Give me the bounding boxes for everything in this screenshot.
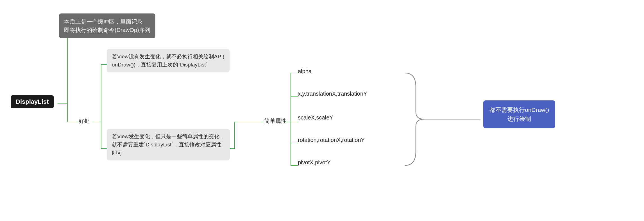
scale-node: scaleX,scaleY (298, 114, 333, 121)
benefit-node: 好处 (79, 117, 90, 125)
alpha-node: alpha (298, 68, 312, 75)
buffer-desc-node: 本质上是一个缓冲区，里面记录即将执行的绘制命令(DrawOp)序列 (59, 13, 155, 38)
pivot-node: pivotX,pivotY (298, 159, 331, 166)
no-change-node: 若View没有发生变化，就不必执行相关绘制API(onDraw())，直接复用上… (107, 49, 230, 72)
view-change-node: 若View发生变化，但只是一些简单属性的变化，就不需要重建`DisplayLis… (107, 129, 230, 160)
no-draw-node: 都不需要执行onDraw()进行绘制 (483, 100, 555, 128)
displaylist-node: DisplayList (11, 95, 54, 108)
diagram: DisplayList 本质上是一个缓冲区，里面记录即将执行的绘制命令(Draw… (0, 0, 644, 221)
rotation-node: rotation,rotationX,rotationY (298, 137, 365, 143)
simple-props-node: 简单属性 (264, 117, 287, 125)
xy-node: x,y,translationX,translationY (298, 91, 367, 97)
